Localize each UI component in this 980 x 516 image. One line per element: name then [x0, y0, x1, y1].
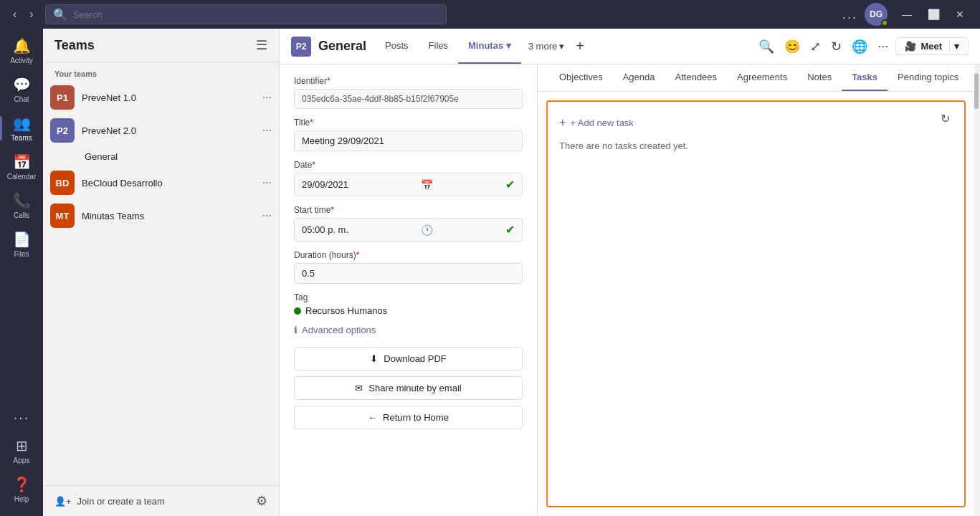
start-time-field[interactable]: 05:00 p. m. 🕐 ✔	[294, 218, 523, 242]
channel-general[interactable]: General	[43, 147, 279, 166]
start-time-label: Start time*	[294, 205, 523, 215]
meet-dropdown-arrow[interactable]: ▾	[949, 41, 959, 52]
sidebar-header: Teams ☰	[43, 29, 279, 62]
team-avatar-becloud: BD	[50, 171, 75, 195]
date-field[interactable]: 29/09/2021 📅 ✔	[294, 173, 523, 196]
sidebar-item-activity[interactable]: 🔔 Activity	[0, 32, 43, 70]
team-more-becloud[interactable]: ···	[262, 176, 272, 189]
sidebar-item-calendar[interactable]: 📅 Calendar	[0, 148, 43, 186]
join-create-team-button[interactable]: 👤+ Join or create a team	[54, 496, 165, 507]
emoji-button[interactable]: 😊	[781, 36, 803, 57]
app-body: 🔔 Activity 💬 Chat 👥 Teams 📅 Calendar 📞 C…	[0, 29, 980, 516]
apps-icon: ⊞	[16, 437, 28, 454]
time-check-icon: ✔	[505, 223, 515, 236]
team-item-becloud[interactable]: BD BeCloud Desarrollo ···	[43, 166, 279, 199]
meet-button[interactable]: 🎥 Meet ▾	[895, 37, 969, 55]
globe-button[interactable]: 🌐	[849, 36, 870, 57]
tab-panel: Objectives Agenda Attendees Agreements N…	[538, 64, 974, 516]
icon-rail: 🔔 Activity 💬 Chat 👥 Teams 📅 Calendar 📞 C…	[0, 29, 43, 516]
advanced-options-link[interactable]: ℹ Advanced options	[294, 325, 523, 335]
identifier-label: Identifier*	[294, 76, 523, 86]
inner-tab-notes[interactable]: Notes	[797, 64, 842, 91]
expand-button[interactable]: ⤢	[807, 36, 824, 57]
channel-tabs: Posts Files Minutas ▾ 3 more ▾ +	[375, 29, 589, 64]
activity-icon: 🔔	[13, 37, 31, 54]
tab-minutas[interactable]: Minutas ▾	[458, 29, 521, 64]
teams-icon: 👥	[13, 115, 31, 132]
sidebar-item-teams[interactable]: 👥 Teams	[0, 109, 43, 148]
duration-label: Duration (hours)*	[294, 250, 523, 260]
sidebar-footer: 👤+ Join or create a team ⚙	[43, 485, 279, 516]
sidebar-title: Teams	[54, 38, 95, 53]
calendar-icon: 📅	[13, 153, 31, 171]
scroll-thumb	[974, 73, 979, 109]
sidebar-item-files[interactable]: 📄 Files	[0, 225, 43, 264]
team-item-minutas[interactable]: MT Minutas Teams ···	[43, 199, 279, 232]
add-task-button[interactable]: + + Add new task	[559, 113, 634, 132]
team-avatar-prevenet2: P2	[50, 118, 75, 143]
tab-files[interactable]: Files	[419, 29, 458, 64]
inner-tab-agreements[interactable]: Agreements	[727, 64, 797, 91]
tag-color-dot	[294, 307, 301, 315]
channel-name: General	[318, 39, 366, 54]
inner-tab-tasks[interactable]: Tasks	[842, 64, 888, 91]
sidebar: Teams ☰ Your teams P1 PreveNet 1.0 ··· P…	[43, 29, 280, 516]
team-more-prevenet2[interactable]: ···	[262, 124, 272, 137]
title-field[interactable]: Meeting 29/09/2021	[294, 130, 523, 151]
minimize-button[interactable]: —	[895, 7, 919, 22]
rail-bottom: ··· ⊞ Apps ❓ Help	[0, 403, 43, 516]
team-item-prevenet2[interactable]: P2 PreveNet 2.0 ···	[43, 114, 279, 147]
tab-posts[interactable]: Posts	[375, 29, 419, 64]
tab-more[interactable]: 3 more ▾	[521, 29, 571, 64]
team-more-minutas[interactable]: ···	[262, 209, 272, 222]
inner-tab-attendees[interactable]: Attendees	[665, 64, 728, 91]
search-channel-button[interactable]: 🔍	[756, 36, 777, 57]
date-check-icon: ✔	[505, 178, 515, 191]
chat-icon: 💬	[13, 76, 31, 93]
settings-button[interactable]: ⚙	[256, 493, 267, 509]
avatar[interactable]: DG	[865, 3, 888, 26]
forward-button[interactable]: ›	[25, 6, 37, 22]
more-channel-button[interactable]: ···	[875, 36, 891, 57]
no-tasks-message: There are no tasks created yet.	[559, 140, 953, 151]
download-pdf-button[interactable]: ⬇ Download PDF	[294, 347, 523, 371]
content-area: Identifier* 035edc6a-35ae-4ddf-8b85-b15f…	[280, 64, 980, 516]
channel-header: P2 General Posts Files Minutas ▾ 3 more …	[280, 29, 980, 64]
tag-value-container: Recursos Humanos	[294, 305, 523, 316]
refresh-channel-button[interactable]: ↻	[828, 36, 845, 57]
email-icon: ✉	[355, 383, 363, 393]
inner-tab-agenda[interactable]: Agenda	[613, 64, 665, 91]
sidebar-item-more[interactable]: ···	[0, 403, 43, 431]
join-icon: 👤+	[54, 496, 72, 507]
sidebar-item-chat[interactable]: 💬 Chat	[0, 70, 43, 109]
tag-value: Recursos Humanos	[294, 305, 523, 316]
title-bar-left: ‹ › 🔍	[9, 4, 447, 24]
plus-icon: +	[559, 116, 566, 129]
inner-tab-objectives[interactable]: Objectives	[549, 64, 613, 91]
close-button[interactable]: ✕	[948, 7, 971, 22]
return-home-button[interactable]: ← Return to Home	[294, 406, 523, 429]
refresh-tasks-button[interactable]: ↻	[941, 112, 950, 125]
calls-icon: 📞	[13, 192, 31, 209]
inner-tab-pending[interactable]: Pending topics	[888, 64, 969, 91]
form-panel: Identifier* 035edc6a-35ae-4ddf-8b85-b15f…	[280, 64, 538, 516]
team-avatar-minutas: MT	[50, 204, 75, 228]
restore-button[interactable]: ⬜	[920, 7, 947, 22]
sidebar-item-apps[interactable]: ⊞ Apps	[0, 431, 43, 470]
sidebar-menu-button[interactable]: ☰	[256, 37, 267, 53]
team-more-prevenet1[interactable]: ···	[262, 91, 272, 104]
tasks-tab-body: + + Add new task There are no tasks crea…	[546, 100, 966, 507]
more-options-button[interactable]: ...	[842, 7, 857, 22]
sidebar-item-calls[interactable]: 📞 Calls	[0, 186, 43, 225]
add-tab-button[interactable]: +	[571, 29, 589, 64]
share-email-button[interactable]: ✉ Share minute by email	[294, 376, 523, 400]
search-input[interactable]	[73, 9, 439, 20]
back-button[interactable]: ‹	[9, 6, 21, 22]
outer-scrollbar[interactable]	[974, 64, 980, 516]
online-status-dot	[881, 19, 888, 27]
sidebar-item-help[interactable]: ❓ Help	[0, 470, 43, 509]
team-item-prevenet1[interactable]: P1 PreveNet 1.0 ···	[43, 81, 279, 114]
search-bar[interactable]: 🔍	[45, 4, 447, 24]
title-bar-right: ... DG — ⬜ ✕	[842, 3, 971, 26]
duration-field[interactable]: 0.5	[294, 263, 523, 284]
